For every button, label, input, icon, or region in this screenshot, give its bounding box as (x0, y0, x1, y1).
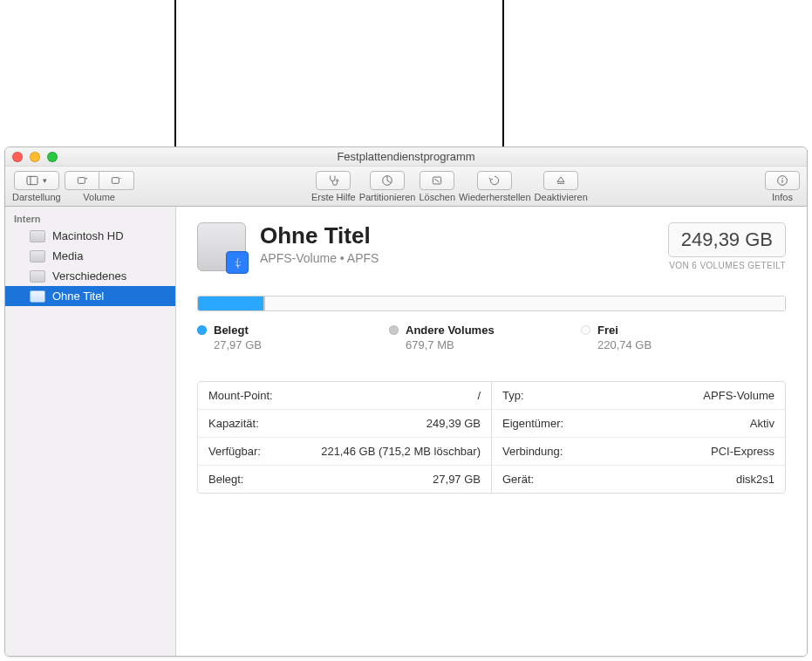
detail-key: Mount-Point: (208, 389, 273, 402)
detail-value: / (477, 389, 481, 402)
restore-label: Wiederherstellen (459, 192, 531, 202)
sidebar-item-macintosh-hd[interactable]: Macintosh HD (5, 226, 175, 246)
details-column-left: Mount-Point:/Kapazität:249,39 GBVerfügba… (198, 382, 492, 493)
legend-free-label: Frei (597, 324, 618, 337)
erase-button[interactable] (420, 171, 454, 190)
volume-name: Ohne Titel (260, 222, 379, 249)
window-title: Festplattendienstprogramm (5, 150, 807, 163)
svg-rect-2 (78, 177, 85, 183)
partition-button[interactable] (370, 171, 405, 190)
detail-row: Eigentümer:Aktiv (492, 410, 785, 438)
disk-drive-icon (197, 222, 246, 271)
detail-row: Verfügbar:221,46 GB (715,2 MB löschbar) (198, 438, 491, 466)
volume-icon (30, 250, 45, 262)
svg-text:+: + (85, 174, 88, 180)
add-volume-button[interactable]: + (65, 171, 99, 190)
detail-value: disk2s1 (736, 473, 774, 486)
unmount-label: Deaktivieren (535, 192, 588, 202)
minimize-window-button[interactable] (30, 152, 40, 162)
detail-key: Gerät: (502, 473, 534, 486)
svg-rect-4 (112, 177, 119, 183)
details-table: Mount-Point:/Kapazität:249,39 GBVerfügba… (197, 381, 786, 494)
usage-legend: Belegt 27,97 GB Andere Volumes 679,7 MB … (197, 324, 786, 351)
close-window-button[interactable] (12, 152, 23, 162)
zoom-window-button[interactable] (47, 152, 58, 162)
volume-shared-note: VON 6 VOLUMES GETEILT (668, 261, 786, 270)
legend-free: Frei 220,74 GB (581, 324, 720, 351)
detail-key: Verfügbar: (208, 445, 261, 458)
sidebar-item-label: Media (52, 249, 83, 262)
restore-button[interactable] (477, 171, 512, 190)
view-toggle-label: Darstellung (12, 192, 61, 202)
volume-size-badge: 249,39 GB (668, 222, 786, 257)
detail-row: Verbindung:PCI-Express (492, 438, 785, 466)
first-aid-button[interactable] (316, 171, 351, 190)
sidebar-item-verschiedenes[interactable]: Verschiedenes (5, 266, 175, 286)
detail-row: Belegt:27,97 GB (198, 466, 491, 493)
toolbar-view-group: ▾ Darstellung (12, 171, 61, 202)
sidebar: Intern Macintosh HD Media Verschiedenes … (5, 207, 176, 656)
toolbar-volume-group: + − Volume (65, 171, 134, 202)
titlebar: Festplattendienstprogramm (5, 147, 807, 167)
first-aid-label: Erste Hilfe (311, 192, 356, 202)
detail-row: Kapazität:249,39 GB (198, 410, 491, 438)
info-icon (775, 174, 789, 187)
sidebar-item-label: Verschiedenes (52, 269, 126, 283)
erase-label: Löschen (419, 192, 455, 202)
detail-value: 27,97 GB (433, 473, 481, 486)
svg-line-9 (435, 179, 440, 182)
usage-segment-used (198, 296, 263, 310)
legend-other: Andere Volumes 679,7 MB (389, 324, 529, 351)
detail-value: 249,39 GB (426, 417, 481, 430)
usage-bar (197, 296, 786, 311)
detail-value: PCI-Express (711, 445, 774, 458)
swatch-other-icon (389, 325, 399, 335)
app-window: Festplattendienstprogramm ▾ Darstellung … (4, 147, 808, 657)
detail-row: Gerät:disk2s1 (492, 466, 785, 493)
detail-key: Belegt: (208, 473, 243, 486)
volume-group-label: Volume (83, 192, 115, 202)
detail-row: Typ:APFS-Volume (492, 382, 785, 410)
volume-header: Ohne Titel APFS-Volume • APFS 249,39 GB … (197, 222, 786, 271)
restore-icon (488, 174, 502, 187)
volume-icon (30, 290, 45, 303)
view-toggle-button[interactable]: ▾ (14, 171, 59, 190)
volume-add-icon: + (75, 174, 89, 187)
sidebar-item-label: Ohne Titel (52, 290, 104, 303)
legend-free-value: 220,74 GB (597, 338, 720, 351)
volume-remove-icon: − (109, 174, 123, 187)
pie-icon (380, 174, 394, 187)
chevron-down-icon: ▾ (43, 176, 47, 185)
remove-volume-button[interactable]: − (99, 171, 134, 190)
svg-text:−: − (119, 174, 122, 180)
detail-key: Verbindung: (502, 445, 563, 458)
sidebar-item-ohne-titel[interactable]: Ohne Titel (5, 286, 175, 306)
sidebar-layout-icon (25, 174, 39, 187)
detail-row: Mount-Point:/ (198, 382, 491, 410)
unmount-button[interactable] (543, 171, 578, 190)
partition-label: Partitionieren (359, 192, 416, 202)
detail-key: Eigentümer: (502, 417, 563, 430)
volume-icon (30, 270, 45, 283)
legend-used-label: Belegt (214, 324, 249, 337)
info-button[interactable] (765, 171, 800, 190)
stethoscope-icon (326, 174, 340, 187)
toolbar: ▾ Darstellung + − Volume Erste Hilfe (5, 167, 807, 207)
info-label: Infos (772, 192, 793, 202)
detail-value: Aktiv (750, 417, 774, 430)
sidebar-item-media[interactable]: Media (5, 246, 175, 266)
window-controls (12, 152, 58, 162)
svg-point-12 (781, 178, 782, 179)
svg-point-6 (337, 179, 338, 181)
usage-segment-free (265, 296, 785, 310)
volume-icon (30, 230, 45, 242)
detail-key: Kapazität: (208, 417, 259, 430)
eject-icon (554, 174, 568, 187)
svg-rect-0 (27, 176, 38, 184)
erase-icon (430, 174, 444, 187)
details-column-right: Typ:APFS-VolumeEigentümer:AktivVerbindun… (492, 382, 785, 493)
sidebar-item-label: Macintosh HD (52, 229, 124, 242)
main-panel: Ohne Titel APFS-Volume • APFS 249,39 GB … (176, 207, 807, 656)
swatch-free-icon (581, 325, 590, 335)
legend-other-label: Andere Volumes (406, 324, 495, 337)
